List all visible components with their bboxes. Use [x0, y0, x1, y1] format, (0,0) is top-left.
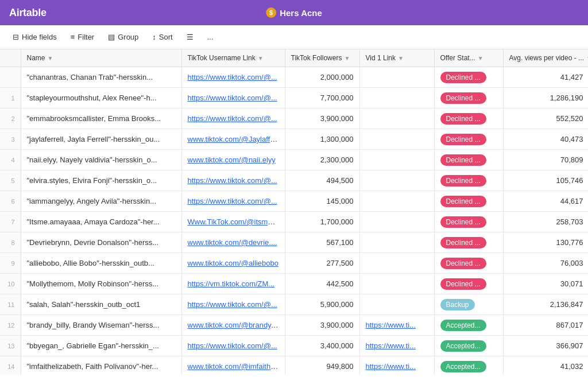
cell-name[interactable]: "chanantras, Chanan Trab"-hersskin... — [21, 67, 181, 88]
cell-vid1-link[interactable] — [359, 150, 434, 170]
cell-vid1-link[interactable]: https://www.ti... — [359, 336, 434, 356]
tiktok-url[interactable]: https://www.tiktok.com/@... — [188, 341, 277, 350]
col-header-tiktok[interactable]: TikTok Username Link ▼ — [181, 49, 285, 67]
cell-vid1-link[interactable] — [359, 88, 434, 108]
sort-label: Sort — [159, 33, 173, 41]
cell-vid1-link[interactable] — [359, 67, 434, 88]
row-number: 2 — [0, 108, 21, 129]
cell-name[interactable]: "salah, Salah"-hersskin_outb_oct1 — [21, 294, 181, 315]
cell-status: Declined ... — [434, 129, 503, 150]
row-number: 9 — [0, 253, 21, 274]
cell-followers: 1,700,000 — [285, 212, 359, 232]
cell-name[interactable]: "brandy_billy, Brandy Wiseman"-herss... — [21, 315, 181, 336]
cell-tiktok-link[interactable]: https://www.tiktok.com/@... — [181, 170, 285, 191]
cell-tiktok-link[interactable]: www.tiktok.com/@naii.elyy — [181, 150, 285, 170]
filter-button[interactable]: ≡ Filter — [65, 30, 100, 44]
cell-followers: 7,700,000 — [285, 88, 359, 108]
cell-vid1-link[interactable] — [359, 274, 434, 294]
cell-status: Declined ... — [434, 150, 503, 170]
cell-vid1-link[interactable] — [359, 253, 434, 274]
cell-status: Declined ... — [434, 253, 503, 274]
cell-followers: 494,500 — [285, 170, 359, 191]
table-row: "chanantras, Chanan Trab"-hersskin...htt… — [0, 67, 588, 88]
table-row: 7"Itsme.amayaaa, Amaya Cardoza"-her...Ww… — [0, 212, 588, 232]
cell-tiktok-link[interactable]: https://vm.tiktok.com/ZM... — [181, 274, 285, 294]
vid1-url[interactable]: https://www.ti... — [366, 321, 416, 329]
cell-name[interactable]: "elvira.styles, Elvira Fonji"-hersskin_o… — [21, 170, 181, 191]
group-button[interactable]: ▤ Group — [102, 30, 144, 44]
col-header-vid1[interactable]: Vid 1 Link ▼ — [359, 49, 434, 67]
tiktok-url[interactable]: www.tiktok.com/@brandy.... — [188, 321, 280, 329]
cell-tiktok-link[interactable]: www.tiktok.com/@Jaylaffe... — [181, 129, 285, 150]
cell-vid1-link[interactable] — [359, 170, 434, 191]
col-header-status[interactable]: Offer Stat... ▼ — [434, 49, 503, 67]
cell-followers: 145,000 — [285, 191, 359, 212]
cell-tiktok-link[interactable]: https://www.tiktok.com/@... — [181, 88, 285, 108]
cell-avg-views: 2,136,847 — [503, 294, 588, 315]
tiktok-url[interactable]: www.tiktok.com/@naii.elyy — [188, 156, 276, 164]
tiktok-url[interactable]: Www.TikTok.com/@itsme.... — [188, 217, 281, 226]
cell-name[interactable]: "stapleyourmouthshut, Alex Renee"-h... — [21, 88, 181, 108]
cell-name[interactable]: "emmabrooksmcallister, Emma Brooks... — [21, 108, 181, 129]
cell-tiktok-link[interactable]: https://www.tiktok.com/@... — [181, 336, 285, 356]
cell-avg-views: 30,071 — [503, 274, 588, 294]
cell-followers: 1,300,000 — [285, 129, 359, 150]
tiktok-url[interactable]: https://www.tiktok.com/@... — [188, 300, 277, 309]
cell-name[interactable]: "Devriebrynn, Devrie Donalson"-herss... — [21, 232, 181, 253]
cell-tiktok-link[interactable]: www.tiktok.com/@devrie.... — [181, 232, 285, 253]
followers-sort-icon: ▼ — [344, 55, 350, 61]
status-badge: Declined ... — [440, 258, 486, 269]
cell-followers: 5,900,000 — [285, 294, 359, 315]
tiktok-url[interactable]: www.tiktok.com/@devrie.... — [188, 238, 277, 247]
tiktok-url[interactable]: www.tiktok.com/@alliebobo — [188, 259, 278, 267]
vid1-url[interactable]: https://www.ti... — [366, 362, 416, 371]
tiktok-url[interactable]: https://vm.tiktok.com/ZM... — [188, 279, 275, 288]
col-header-name[interactable]: Name ▼ — [21, 49, 181, 67]
cell-name[interactable]: "bbyegan_, Gabrielle Egan"-hersskin_... — [21, 336, 181, 356]
cell-vid1-link[interactable] — [359, 212, 434, 232]
cell-vid1-link[interactable] — [359, 232, 434, 253]
cell-name[interactable]: "imfaithelizabeth, Faith Polivanov"-her.… — [21, 356, 181, 375]
tiktok-url[interactable]: https://www.tiktok.com/@... — [188, 176, 277, 185]
cell-name[interactable]: "naii.elyy, Nayely valdivia"-hersskin_o.… — [21, 150, 181, 170]
row-height-button[interactable]: ☰ — [181, 30, 199, 44]
tiktok-url[interactable]: https://www.tiktok.com/@... — [188, 114, 277, 123]
cell-tiktok-link[interactable]: https://www.tiktok.com/@... — [181, 191, 285, 212]
tiktok-url[interactable]: https://www.tiktok.com/@... — [188, 73, 277, 81]
col-header-followers[interactable]: TikTok Followers ▼ — [285, 49, 359, 67]
cell-followers: 3,900,000 — [285, 108, 359, 129]
row-number: 4 — [0, 150, 21, 170]
cell-vid1-link[interactable] — [359, 294, 434, 315]
cell-name[interactable]: "jaylaferrell, Jayla Ferrell"-hersskin_o… — [21, 129, 181, 150]
col-header-avg[interactable]: Avg. views per video - ... ▼ — [503, 49, 588, 67]
more-button[interactable]: ... — [202, 30, 219, 44]
cell-vid1-link[interactable] — [359, 129, 434, 150]
tiktok-url[interactable]: www.tiktok.com/@Jaylaffe... — [188, 135, 281, 143]
cell-name[interactable]: "Itsme.amayaaa, Amaya Cardoza"-her... — [21, 212, 181, 232]
sort-button[interactable]: ↕ Sort — [146, 30, 178, 44]
cell-vid1-link[interactable] — [359, 108, 434, 129]
cell-tiktok-link[interactable]: www.tiktok.com/@imfaith.... — [181, 356, 285, 375]
table-row: 11"salah, Salah"-hersskin_outb_oct1https… — [0, 294, 588, 315]
cell-status: Declined ... — [434, 88, 503, 108]
cell-tiktok-link[interactable]: www.tiktok.com/@alliebobo — [181, 253, 285, 274]
cell-name[interactable]: "iammangelyy, Angely Avila"-hersskin... — [21, 191, 181, 212]
cell-tiktok-link[interactable]: https://www.tiktok.com/@... — [181, 67, 285, 88]
cell-vid1-link[interactable] — [359, 191, 434, 212]
table-container[interactable]: Name ▼ TikTok Username Link ▼ TikTok Fol… — [0, 49, 588, 375]
cell-name[interactable]: "alliebobo, Allie Bobo"-hersskin_outb... — [21, 253, 181, 274]
cell-tiktok-link[interactable]: www.tiktok.com/@brandy.... — [181, 315, 285, 336]
tiktok-url[interactable]: www.tiktok.com/@imfaith.... — [188, 362, 279, 371]
cell-status: Declined ... — [434, 108, 503, 129]
cell-vid1-link[interactable]: https://www.ti... — [359, 315, 434, 336]
cell-tiktok-link[interactable]: Www.TikTok.com/@itsme.... — [181, 212, 285, 232]
row-num-header — [0, 49, 21, 67]
hide-fields-button[interactable]: ⊟ Hide fields — [7, 30, 63, 44]
tiktok-url[interactable]: https://www.tiktok.com/@... — [188, 197, 277, 205]
cell-vid1-link[interactable]: https://www.ti... — [359, 356, 434, 375]
cell-tiktok-link[interactable]: https://www.tiktok.com/@... — [181, 294, 285, 315]
tiktok-url[interactable]: https://www.tiktok.com/@... — [188, 94, 277, 102]
cell-name[interactable]: "Mollythemom, Molly Robinson"-herss... — [21, 274, 181, 294]
cell-tiktok-link[interactable]: https://www.tiktok.com/@... — [181, 108, 285, 129]
vid1-url[interactable]: https://www.ti... — [366, 341, 416, 350]
